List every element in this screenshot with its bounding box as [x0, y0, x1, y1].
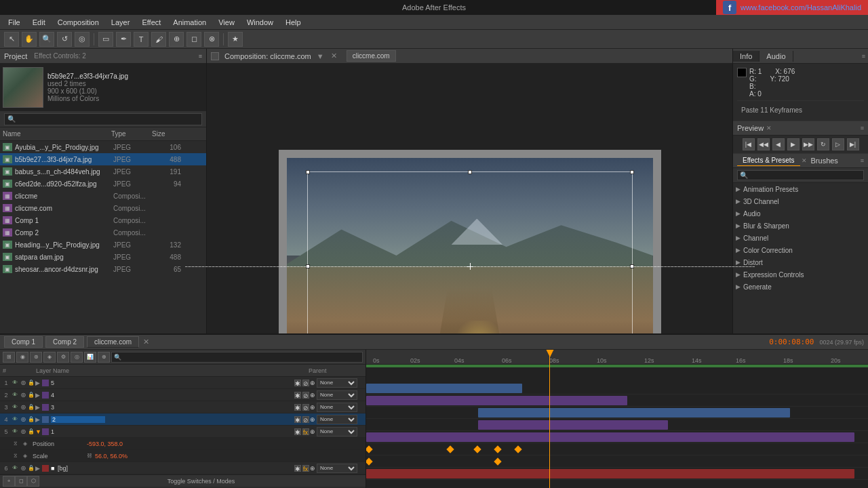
layer-parent-icon-2[interactable]: ⊕ [310, 392, 315, 399]
effect-animation-presets[interactable]: ▶ Animation Presets [733, 183, 868, 195]
layer-lock-1[interactable]: 🔒 [27, 379, 35, 387]
menu-help[interactable]: Help [280, 17, 307, 28]
keyframe-pos-4[interactable] [494, 445, 501, 453]
layer-lock-4[interactable]: 🔒 [27, 415, 35, 424]
tool-camera-orbit[interactable]: ◎ [75, 32, 90, 47]
preview-close-icon[interactable]: ✕ [766, 125, 772, 131]
effect-audio[interactable]: ▶ Audio [733, 207, 868, 220]
file-item-heading[interactable]: ▣ Heading...y_Pic_Prodigy.jpg JPEG 132 [0, 239, 206, 251]
layer-sw-4b[interactable]: ⊘ [302, 416, 309, 423]
layer-sw-1b[interactable]: ⊘ [302, 380, 309, 386]
footer-null-btn[interactable]: ◻ [15, 476, 27, 487]
info-panel-menu[interactable]: ≡ [859, 53, 868, 60]
layer-sw-3a[interactable]: ✱ [294, 404, 301, 411]
keyframe-scale-1[interactable] [366, 458, 373, 465]
layer-sw-2b[interactable]: ⊘ [302, 392, 309, 399]
layer-solo-1[interactable]: ◎ [19, 379, 27, 387]
prev-last-btn[interactable]: ▶| [847, 138, 859, 150]
lc-motion-blur-btn[interactable]: ◎ [71, 352, 83, 363]
layer-solo-5[interactable]: ◎ [19, 428, 27, 436]
file-item-comp1[interactable]: ▦ Comp 1 Composi... [0, 214, 206, 226]
tool-zoom[interactable]: 🔍 [39, 32, 54, 47]
layer-parent-icon-3[interactable]: ⊕ [310, 404, 315, 411]
tool-pen[interactable]: ✒ [116, 32, 131, 47]
keyframe-pos-5[interactable] [514, 445, 521, 453]
prop-stopwatch-scale-icon[interactable]: ⧖ [14, 453, 23, 460]
file-item-sheosar[interactable]: ▣ sheosar...ancor-d4dzsnr.jpg JPEG 65 [0, 263, 206, 275]
footer-new-layer-btn[interactable]: + [3, 476, 15, 487]
tool-eraser[interactable]: ◻ [186, 32, 201, 47]
prev-play-back-btn[interactable]: ◀ [772, 138, 785, 150]
tool-brush[interactable]: 🖌 [151, 32, 166, 47]
layer-lock-5[interactable]: 🔒 [27, 428, 35, 436]
layer-vis-6[interactable]: 👁 [11, 464, 19, 472]
prev-play-btn[interactable]: ▶ [787, 138, 800, 150]
track-bar-6[interactable] [366, 469, 854, 479]
menu-effect[interactable]: Effect [136, 17, 166, 28]
layer-name-input-4[interactable] [51, 416, 105, 423]
layer-sw-2a[interactable]: ✱ [294, 392, 301, 399]
layer-vis-3[interactable]: 👁 [11, 403, 19, 411]
layer-sw-4a[interactable]: ✱ [294, 416, 301, 423]
layer-solo-4[interactable]: ◎ [19, 415, 27, 424]
tool-roto[interactable]: ⊗ [204, 32, 219, 47]
layer-expand-3[interactable]: ▶ [35, 404, 42, 411]
file-item-cliccme-com[interactable]: ▦ cliccme.com Composi... [0, 202, 206, 214]
timeline-tab-cliccme[interactable]: cliccme.com [87, 336, 139, 348]
menu-layer[interactable]: Layer [106, 17, 136, 28]
footer-adj-btn[interactable]: ⬡ [27, 476, 39, 487]
layer-parent-select-3[interactable]: None [317, 403, 357, 412]
layer-parent-icon-1[interactable]: ⊕ [310, 380, 315, 386]
effect-color-correction[interactable]: ▶ Color Correction [733, 244, 868, 256]
comp-tab-cliccme[interactable]: cliccme.com [347, 50, 396, 62]
track-bar-4[interactable] [478, 420, 668, 430]
tool-rect-mask[interactable]: ▭ [98, 32, 113, 47]
handle-tl[interactable] [306, 170, 310, 174]
menu-file[interactable]: File [3, 17, 26, 28]
layer-lock-2[interactable]: 🔒 [27, 391, 35, 399]
layer-vis-5[interactable]: 👁 [11, 428, 19, 436]
layer-parent-select-5[interactable]: None [317, 427, 357, 436]
keyframe-pos-3[interactable] [473, 445, 481, 453]
tool-text[interactable]: T [134, 32, 149, 47]
layer-expand-6[interactable]: ▶ [35, 465, 42, 472]
file-item-c6ed2de[interactable]: ▣ c6ed2de...d920-d52lfza.jpg JPEG 94 [0, 178, 206, 190]
prev-step-back-btn[interactable]: ◀◀ [757, 138, 770, 150]
prev-ram-btn[interactable]: ▷ [832, 138, 844, 150]
track-bar-2[interactable] [366, 396, 627, 405]
timeline-tab-comp2[interactable]: Comp 2 [45, 336, 84, 348]
menu-edit[interactable]: Edit [27, 17, 51, 28]
file-item-comp2[interactable]: ▦ Comp 2 Composi... [0, 226, 206, 239]
layer-solo-2[interactable]: ◎ [19, 391, 27, 399]
effect-expression-controls[interactable]: ▶ Expression Controls [733, 268, 868, 281]
layer-solo-3[interactable]: ◎ [19, 403, 27, 411]
file-item-cliccme[interactable]: ▦ cliccme Composi... [0, 190, 206, 202]
menu-animation[interactable]: Animation [167, 17, 212, 28]
tool-select[interactable]: ↖ [4, 32, 19, 47]
prop-scale-value[interactable]: 56.0, 56.0% [95, 453, 127, 460]
file-item-satpara[interactable]: ▣ satpara dam.jpg JPEG 488 [0, 251, 206, 263]
file-item-ayubia[interactable]: ▣ Ayubia_...y_Pic_Prodigy.jpg JPEG 106 [0, 141, 206, 153]
tool-rotate[interactable]: ↺ [57, 32, 72, 47]
comp-dropdown-icon[interactable]: ▼ [317, 52, 324, 60]
layer-expand-1[interactable]: ▶ [35, 380, 42, 386]
comp-close-icon[interactable]: ✕ [331, 52, 337, 60]
effects-menu-icon[interactable]: ≡ [861, 157, 864, 164]
lc-solo-btn[interactable]: ◉ [16, 352, 28, 363]
prev-loop-btn[interactable]: ↻ [817, 138, 829, 150]
track-bar-1[interactable] [366, 384, 522, 393]
project-search-input[interactable] [4, 113, 202, 125]
layer-row-4[interactable]: 4 👁 ◎ 🔒 ▶ ✱ ⊘ ⊕ None [0, 413, 366, 426]
lc-new-comp-btn[interactable]: ⊞ [3, 352, 15, 363]
prop-stopwatch-icon[interactable]: ⧖ [14, 441, 23, 447]
layer-expand-5[interactable]: ▼ [35, 428, 42, 435]
layer-parent-select-6[interactable]: None [317, 464, 357, 473]
layer-row-6[interactable]: 6 👁 ◎ 🔒 ▶ ■ [bg] ✱ fx ⊕ None [0, 462, 366, 474]
layer-row-1[interactable]: 1 👁 ◎ 🔒 ▶ 5 ✱ ⊘ ⊕ None [0, 377, 366, 389]
playhead[interactable] [549, 350, 550, 488]
layer-parent-icon-4[interactable]: ⊕ [310, 416, 315, 423]
track-bar-3[interactable] [478, 408, 790, 418]
layer-row-2[interactable]: 2 👁 ◎ 🔒 ▶ 4 ✱ ⊘ ⊕ None [0, 389, 366, 401]
keyframe-scale-2[interactable] [494, 458, 501, 465]
layer-row-5[interactable]: 5 👁 ◎ 🔒 ▼ 1 ✱ fx ⊕ None [0, 426, 366, 438]
